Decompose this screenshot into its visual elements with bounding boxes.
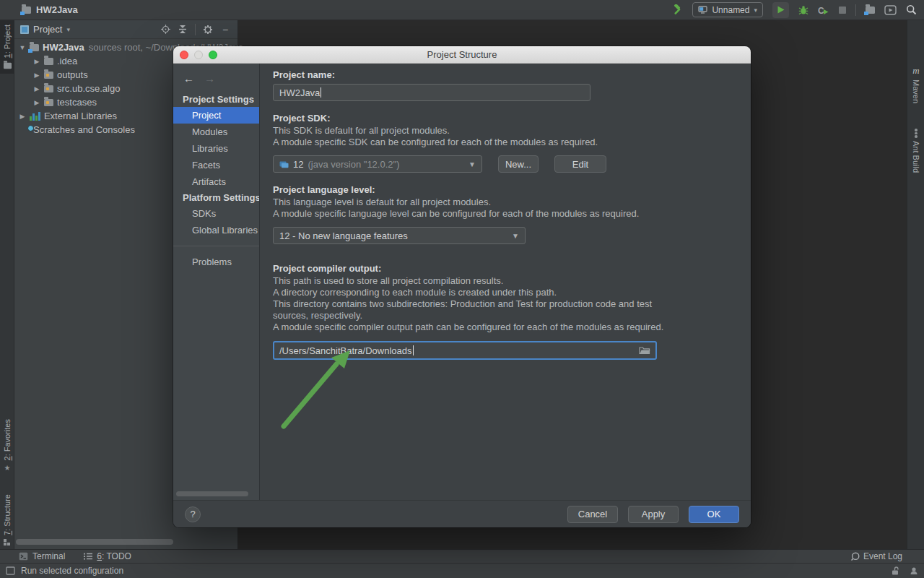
sdk-icon	[279, 160, 289, 168]
build-hammer-icon[interactable]	[671, 2, 683, 18]
run-anything-icon[interactable]	[884, 2, 897, 18]
lang-desc-line: This language level is default for all p…	[273, 197, 751, 208]
tree-collapsed-icon[interactable]: ▶	[33, 85, 40, 92]
status-bar: Run selected configuration	[0, 563, 924, 578]
project-view-selector[interactable]: Project	[33, 24, 62, 35]
tree-expanded-icon[interactable]: ▼	[19, 44, 26, 51]
toolbar-separator	[855, 4, 856, 16]
chevron-down-icon: ▼	[468, 160, 476, 168]
dialog-sidebar: ← → Project Settings Project Modules Lib…	[173, 64, 260, 500]
monitor-icon	[698, 6, 707, 14]
run-config-name: Unnamed	[712, 5, 749, 15]
hide-panel-icon[interactable]: −	[219, 23, 232, 36]
sidebar-divider	[173, 246, 259, 246]
status-message-item: Run selected configuration	[6, 566, 123, 576]
project-sdk-label: Project SDK:	[273, 113, 751, 124]
sidebar-tab-ant-build[interactable]: Ant Build	[907, 129, 924, 173]
project-name-label: Project name:	[273, 69, 751, 80]
folder-icon	[44, 85, 53, 92]
dialog-content: Project name: HW2Java Project SDK: This …	[260, 64, 751, 500]
output-desc-line: A directory corresponding to each module…	[273, 287, 668, 298]
chevron-down-icon: ▾	[754, 7, 757, 14]
settings-gear-icon[interactable]	[201, 23, 214, 36]
sidebar-item-facets[interactable]: Facets	[173, 157, 259, 173]
project-sdk-select[interactable]: 12 (java version "12.0.2") ▼	[273, 155, 482, 173]
toolwindow-event-log[interactable]: Event Log	[850, 551, 902, 561]
star-icon: ★	[4, 464, 11, 472]
sidebar-section-platform-settings: Platform Settings	[173, 190, 259, 205]
sidebar-item-artifacts[interactable]: Artifacts	[173, 173, 259, 190]
event-log-icon	[850, 552, 860, 561]
chevron-down-icon[interactable]: ▾	[66, 26, 70, 33]
right-toolwindow-strip: m Maven Ant Build	[907, 20, 924, 549]
sidebar-tab-maven[interactable]: m Maven	[907, 65, 924, 103]
back-icon[interactable]: ←	[183, 72, 194, 85]
locate-file-icon[interactable]	[159, 23, 172, 36]
tree-collapsed-icon[interactable]: ▶	[33, 72, 40, 79]
stop-icon[interactable]	[839, 2, 846, 18]
forward-icon: →	[204, 72, 215, 85]
sidebar-item-sdks[interactable]: SDKs	[173, 205, 259, 222]
new-sdk-button[interactable]: New...	[498, 155, 539, 173]
output-desc-line: This path is used to store all project c…	[273, 275, 668, 287]
dialog-footer: ? Cancel Apply OK	[173, 500, 751, 527]
project-structure-dialog: Project Structure ← → Project Settings P…	[173, 46, 751, 527]
sidebar-item-problems[interactable]: Problems	[173, 254, 259, 270]
tree-collapsed-icon[interactable]: ▶	[19, 113, 26, 120]
run-button[interactable]	[772, 2, 789, 18]
ok-button[interactable]: OK	[689, 506, 739, 523]
help-button[interactable]: ?	[185, 506, 201, 522]
collapse-all-icon[interactable]	[176, 23, 189, 36]
tree-collapsed-icon[interactable]: ▶	[33, 58, 40, 65]
structure-icon	[4, 539, 11, 546]
language-level-select[interactable]: 12 - No new language features ▼	[273, 227, 526, 244]
dialog-titlebar[interactable]: Project Structure	[173, 46, 751, 64]
sidebar-item-libraries[interactable]: Libraries	[173, 140, 259, 157]
output-desc-line: A module specific compiler output path c…	[273, 322, 668, 333]
window-outline-icon	[6, 566, 15, 575]
apply-button[interactable]: Apply	[628, 506, 679, 523]
project-panel-hscrollbar[interactable]	[16, 539, 173, 545]
chevron-down-icon: ▼	[512, 232, 519, 240]
run-config-selector[interactable]: Unnamed ▾	[692, 2, 763, 17]
project-panel-header: Project ▾ −	[14, 20, 237, 39]
project-structure-icon[interactable]	[866, 2, 875, 18]
browse-folder-icon[interactable]	[639, 346, 650, 355]
sidebar-tab-project[interactable]: 1: Project	[0, 20, 14, 74]
cancel-button[interactable]: Cancel	[567, 506, 618, 523]
sidebar-hscrollbar[interactable]	[176, 491, 248, 496]
edit-sdk-button[interactable]: Edit	[554, 155, 606, 173]
folder-icon	[44, 99, 53, 106]
folder-icon	[44, 58, 53, 65]
sidebar-item-project[interactable]: Project	[173, 107, 259, 124]
lock-icon[interactable]	[892, 566, 899, 575]
project-icon	[22, 7, 31, 14]
search-everywhere-icon[interactable]	[906, 2, 917, 18]
svg-text:C: C	[818, 5, 824, 15]
panel-header-separator	[195, 24, 196, 35]
toolwindow-todo[interactable]: 6: TODO	[84, 551, 131, 561]
sidebar-tab-favorites[interactable]: 2: Favorites ★	[0, 419, 14, 472]
toolwindow-terminal[interactable]: Terminal	[19, 551, 65, 561]
language-level-label: Project language level:	[273, 184, 751, 195]
project-name-input[interactable]: HW2Java	[273, 84, 590, 101]
status-message: Run selected configuration	[21, 566, 123, 576]
compiler-output-path-input[interactable]: /Users/SanchitBatra/Downloads	[273, 341, 657, 360]
sidebar-item-modules[interactable]: Modules	[173, 124, 259, 140]
tree-collapsed-icon[interactable]: ▶	[33, 99, 40, 106]
app-title: HW2Java	[36, 4, 78, 15]
sidebar-item-global-libraries[interactable]: Global Libraries	[173, 222, 259, 238]
text-caret	[413, 345, 414, 355]
text-caret	[321, 87, 321, 98]
todo-list-icon	[84, 553, 92, 560]
debug-bug-icon[interactable]	[798, 2, 808, 18]
run-with-coverage-icon[interactable]: C	[818, 2, 829, 18]
sidebar-section-project-settings: Project Settings	[173, 92, 259, 107]
app-titlebar: HW2Java Unnamed ▾ C	[0, 0, 924, 20]
lang-desc-line: A module specific language level can be …	[273, 208, 751, 220]
output-desc-line: This directory contains two subdirectori…	[273, 298, 668, 322]
sidebar-tab-structure[interactable]: 7: Structure	[0, 494, 14, 546]
libraries-icon	[30, 112, 40, 121]
folder-icon	[3, 63, 11, 69]
inspection-profile-icon[interactable]	[910, 566, 918, 575]
